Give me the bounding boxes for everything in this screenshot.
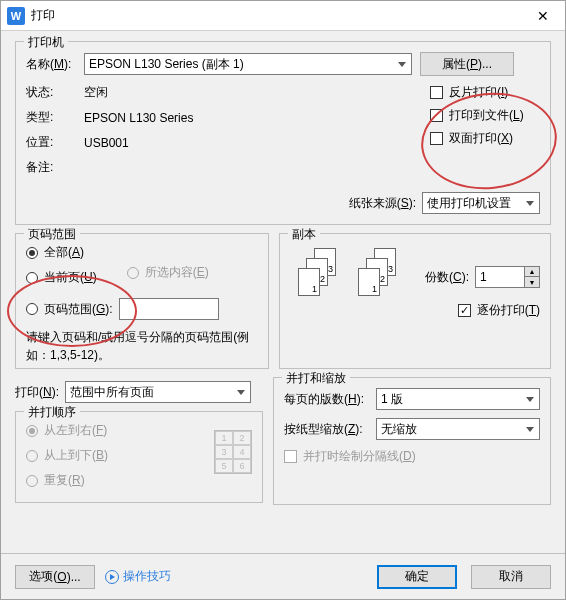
cancel-button[interactable]: 取消 xyxy=(471,565,551,589)
printer-name-label: 名称(M): xyxy=(26,56,84,73)
close-button[interactable]: ✕ xyxy=(521,1,565,31)
order-repeat-radio: 重复(R) xyxy=(26,472,252,489)
comment-label: 备注: xyxy=(26,159,84,176)
order-legend: 并打顺序 xyxy=(24,404,80,421)
copies-spinner[interactable]: ▲▼ xyxy=(525,266,540,288)
spin-up-icon[interactable]: ▲ xyxy=(525,267,539,277)
copies-label: 份数(C): xyxy=(425,269,469,286)
scale-legend: 并打和缩放 xyxy=(282,370,350,387)
page-range-legend: 页码范围 xyxy=(24,226,80,243)
range-all-radio[interactable]: 全部(A) xyxy=(26,244,97,261)
range-current-radio[interactable]: 当前页(U) xyxy=(26,269,97,286)
copies-group: 副本 321 321 份数(C): ▲▼ ✓ xyxy=(279,233,551,369)
order-illustration: 123456 xyxy=(214,430,252,474)
options-button[interactable]: 选项(O)... xyxy=(15,565,95,589)
spin-down-icon[interactable]: ▼ xyxy=(525,277,539,287)
duplex-checkbox[interactable]: 双面打印(X) xyxy=(430,130,540,147)
scale-group: 并打和缩放 每页的版数(H): 1 版 按纸型缩放(Z): 无缩放 并打时绘制分… xyxy=(273,377,551,505)
tips-link[interactable]: 操作技巧 xyxy=(105,568,171,585)
printer-group: 打印机 名称(M): EPSON L130 Series (副本 1) 属性(P… xyxy=(15,41,551,225)
print-what-select[interactable]: 范围中所有页面 xyxy=(65,381,251,403)
paper-source-label: 纸张来源(S): xyxy=(349,195,416,212)
window-title: 打印 xyxy=(31,7,521,24)
draw-separator-checkbox: 并打时绘制分隔线(D) xyxy=(284,448,540,465)
order-group: 并打顺序 从左到右(F) 从上到下(B) 重复(R) 123456 xyxy=(15,411,263,503)
copies-input[interactable] xyxy=(475,266,525,288)
pages-per-sheet-select[interactable]: 1 版 xyxy=(376,388,540,410)
print-what-label: 打印(N): xyxy=(15,384,59,401)
properties-button[interactable]: 属性(P)... xyxy=(420,52,514,76)
range-pages-input[interactable] xyxy=(119,298,219,320)
paper-source-select[interactable]: 使用打印机设置 xyxy=(422,192,540,214)
copies-legend: 副本 xyxy=(288,226,320,243)
range-pages-radio[interactable]: 页码范围(G): xyxy=(26,298,258,320)
pages-per-sheet-label: 每页的版数(H): xyxy=(284,391,376,408)
titlebar: W 打印 ✕ xyxy=(1,1,565,31)
status-label: 状态: xyxy=(26,84,84,101)
printer-name-select[interactable]: EPSON L130 Series (副本 1) xyxy=(84,53,412,75)
print-dialog: W 打印 ✕ 打印机 名称(M): EPSON L130 Series (副本 … xyxy=(0,0,566,600)
scale-to-paper-select[interactable]: 无缩放 xyxy=(376,418,540,440)
type-label: 类型: xyxy=(26,109,84,126)
wps-icon: W xyxy=(7,7,25,25)
play-icon xyxy=(105,570,119,584)
status-value: 空闲 xyxy=(84,84,108,101)
ok-button[interactable]: 确定 xyxy=(377,565,457,589)
page-range-group: 页码范围 全部(A) 当前页(U) 所选内容(E) 页码范围(G) xyxy=(15,233,269,369)
range-selection-radio: 所选内容(E) xyxy=(127,264,209,281)
type-value: EPSON L130 Series xyxy=(84,111,193,125)
footer: 选项(O)... 操作技巧 确定 取消 xyxy=(1,553,565,599)
printer-legend: 打印机 xyxy=(24,34,68,51)
reverse-checkbox[interactable]: 反片打印(I) xyxy=(430,84,540,101)
where-value: USB001 xyxy=(84,136,129,150)
where-label: 位置: xyxy=(26,134,84,151)
range-note: 请键入页码和/或用逗号分隔的页码范围(例如：1,3,5-12)。 xyxy=(26,328,258,364)
print-to-file-checkbox[interactable]: 打印到文件(L) xyxy=(430,107,540,124)
collate-checkbox[interactable]: ✓ 逐份打印(T) xyxy=(458,302,540,319)
scale-to-paper-label: 按纸型缩放(Z): xyxy=(284,421,376,438)
